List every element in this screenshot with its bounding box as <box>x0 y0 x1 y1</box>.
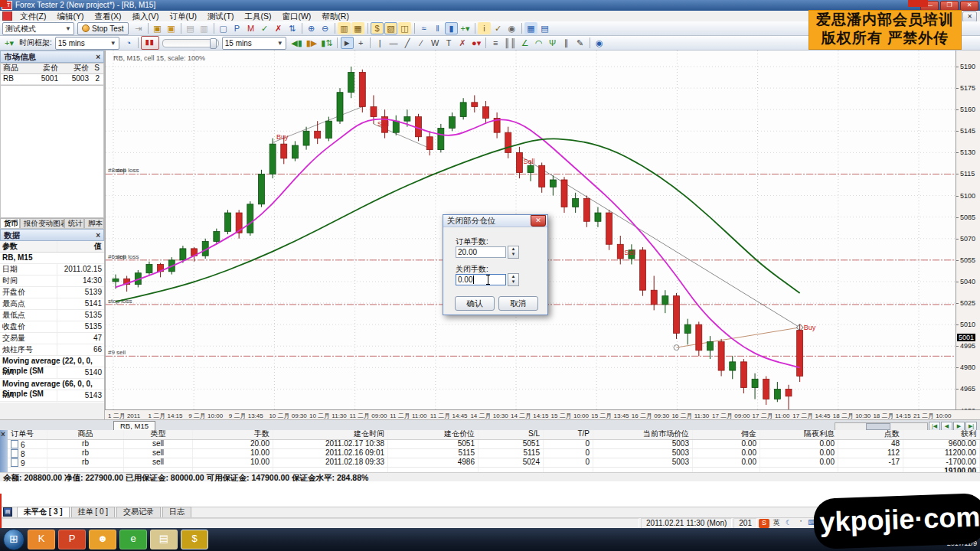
line-chart-icon[interactable]: ≈ <box>417 22 430 34</box>
refresh-icon[interactable]: ⇅ <box>286 22 299 34</box>
candle-chart-icon[interactable]: ▮ <box>445 22 458 34</box>
quotes-table-icon[interactable]: ▤ <box>538 22 551 34</box>
account-window-icon[interactable]: $ <box>371 22 384 34</box>
fibo-retracement-icon[interactable]: ≡ <box>489 37 502 49</box>
fibo-arc-icon[interactable]: ◠ <box>532 37 545 49</box>
speed-slider-thumb[interactable] <box>210 38 217 49</box>
moon-icon[interactable]: ☾ <box>783 519 794 528</box>
lang-mode-icon[interactable]: 英 <box>771 519 782 528</box>
step-bar-icon[interactable]: ▮⇅ <box>319 37 334 49</box>
dialog-title-bar[interactable]: 关闭部分仓位 ✕ <box>443 215 547 227</box>
orders-col-7[interactable]: T/P <box>544 430 593 439</box>
orders-col-10[interactable]: 隔夜利息 <box>760 430 838 439</box>
vline-icon[interactable]: | <box>374 37 387 49</box>
orders-col-6[interactable]: S/L <box>479 430 544 439</box>
paint-mode-icon[interactable]: ◉ <box>593 37 606 49</box>
scrollbar-thumb[interactable] <box>866 423 890 430</box>
tile-windows-icon[interactable]: ◫ <box>398 22 411 34</box>
start-button[interactable]: ⊞ <box>3 529 24 550</box>
screenshot-icon[interactable]: ◉ <box>505 22 518 34</box>
menu-X[interactable]: 查看(X) <box>89 11 126 21</box>
taskbar-app-avatar[interactable]: ☻ <box>89 530 116 549</box>
menu-T[interactable]: 测试(T) <box>202 11 239 21</box>
crosshair-icon[interactable]: + <box>354 37 368 49</box>
help-compass-icon[interactable]: ◔ <box>122 37 135 49</box>
pitchfork-icon[interactable]: Ψ <box>546 37 559 49</box>
zoom-out-icon[interactable]: ⊖ <box>318 22 332 34</box>
sync-all-charts-icon[interactable]: ▦ <box>351 22 364 34</box>
info-icon[interactable]: i <box>478 22 491 34</box>
stop-test-button[interactable]: Stop Test <box>77 22 129 35</box>
orders-col-5[interactable]: 建仓价位 <box>388 430 479 439</box>
orders-col-1[interactable]: 商品 <box>47 430 124 439</box>
fibo-timezones-icon[interactable]: ║║ <box>503 37 518 49</box>
orders-col-8[interactable]: 当前市场价位 <box>593 430 693 439</box>
bottom-tab-3[interactable]: 日志 <box>162 507 191 517</box>
layout-icon[interactable]: ▦ <box>524 22 537 34</box>
add-indicator-icon[interactable]: +▾ <box>459 22 472 34</box>
new-note-icon[interactable]: ▢ <box>217 22 230 34</box>
money-management-icon[interactable]: M <box>244 22 257 34</box>
punct-icon[interactable]: ’ <box>795 519 806 528</box>
auto-scroll-icon[interactable]: ⇥ <box>132 22 145 34</box>
text-icon[interactable]: T <box>443 37 456 49</box>
paste-disabled-icon[interactable]: ▥ <box>198 22 211 34</box>
trendline-icon[interactable]: ╱ <box>401 37 414 49</box>
taskbar-app-browser[interactable]: e <box>119 530 147 549</box>
close-lots-spinner[interactable]: ▲▼ <box>508 273 519 286</box>
order-row[interactable]: 8rbsell10.002011.02.16 09:01511551150500… <box>8 449 980 458</box>
hline-icon[interactable]: — <box>387 37 400 49</box>
time-axis[interactable]: 1 二月 20111 二月 14:159 二月 10:009 二月 13:451… <box>105 409 980 420</box>
data-panel-close-icon[interactable]: × <box>96 230 100 240</box>
taskbar-app-explorer[interactable]: ▤ <box>150 530 178 549</box>
dialog-close-icon[interactable]: ✕ <box>531 215 546 227</box>
orders-col-9[interactable]: 佣金 <box>693 430 760 439</box>
pencil-icon[interactable]: ✎ <box>573 37 586 49</box>
sidebar-tab-脚本[interactable]: 脚本 <box>84 218 104 228</box>
cancel-button[interactable]: 取消 <box>498 296 538 311</box>
test-mode-select[interactable]: 测试模式▼ <box>2 22 74 35</box>
new-chart-icon[interactable]: +▾ <box>3 37 16 49</box>
ray-icon[interactable]: ∕ <box>415 37 428 49</box>
taskbar-app-forextester[interactable]: $ <box>181 530 208 549</box>
order-row[interactable]: 6rbsell20.002011.02.17 10:38505150510500… <box>8 440 980 449</box>
delete-object-icon[interactable]: ✗ <box>456 37 469 49</box>
order-row[interactable]: 9rbsell10.002011.02.18 09:33498650240500… <box>8 458 980 468</box>
menu-R[interactable]: 帮助(R) <box>316 11 354 21</box>
close-button[interactable]: ✕ <box>960 1 978 11</box>
sidebar-tab-报价变动图表[interactable]: 报价变动图表 <box>20 218 64 228</box>
orders-col-12[interactable]: 获利 <box>903 430 980 439</box>
orders-col-11[interactable]: 点数 <box>838 430 903 439</box>
market-info-close-icon[interactable]: × <box>96 52 100 62</box>
strategy-check-icon[interactable]: ✓ <box>492 22 505 34</box>
order-lots-spinner[interactable]: ▲▼ <box>508 246 519 259</box>
sidebar-tab-统计[interactable]: 统计 <box>64 218 84 228</box>
market-row[interactable]: RB500150032 <box>1 74 103 85</box>
zoom-in-icon[interactable]: ⊕ <box>305 22 318 34</box>
price-axis[interactable]: 5190517551605145513051155100508550705055… <box>956 51 980 419</box>
sogou-icon[interactable]: S <box>759 519 769 528</box>
bar-chart-icon[interactable]: ‖ <box>431 22 444 34</box>
taskbar-app-powerpoint[interactable]: P <box>58 530 86 549</box>
project-properties-icon[interactable]: P <box>230 22 243 34</box>
orders-col-2[interactable]: 类型 <box>124 430 193 439</box>
shapes-icon[interactable]: ●▾ <box>470 37 483 49</box>
menu-S[interactable]: 工具(S) <box>239 11 276 21</box>
mdi-close-button[interactable]: ✕ <box>962 11 977 22</box>
sync-chart-icon[interactable]: ▥ <box>338 22 351 34</box>
bottom-tab-0[interactable]: 未平仓 [ 3 ] <box>17 507 70 517</box>
period-select[interactable]: 15 mins▼ <box>222 37 286 50</box>
close-lots-input[interactable]: 0.00 <box>456 274 506 285</box>
orders-col-4[interactable]: 建仓时间 <box>273 430 388 439</box>
journal-window-icon[interactable]: ▧ <box>384 22 397 34</box>
menu-Z[interactable]: 文件(Z) <box>15 11 51 21</box>
orders-col-3[interactable]: 手数 <box>193 430 273 439</box>
wave-icon[interactable]: W <box>429 37 442 49</box>
menu-U[interactable]: 订单(U) <box>164 11 202 21</box>
cursor-icon[interactable]: ► <box>341 37 354 49</box>
bottom-tab-1[interactable]: 挂单 [ 0 ] <box>71 507 115 517</box>
taskbar-app-k[interactable]: K <box>28 530 55 549</box>
paste-icon[interactable]: ▣ <box>165 22 178 34</box>
discard-icon[interactable]: ✗ <box>272 22 285 34</box>
speed-slider[interactable] <box>162 39 219 47</box>
